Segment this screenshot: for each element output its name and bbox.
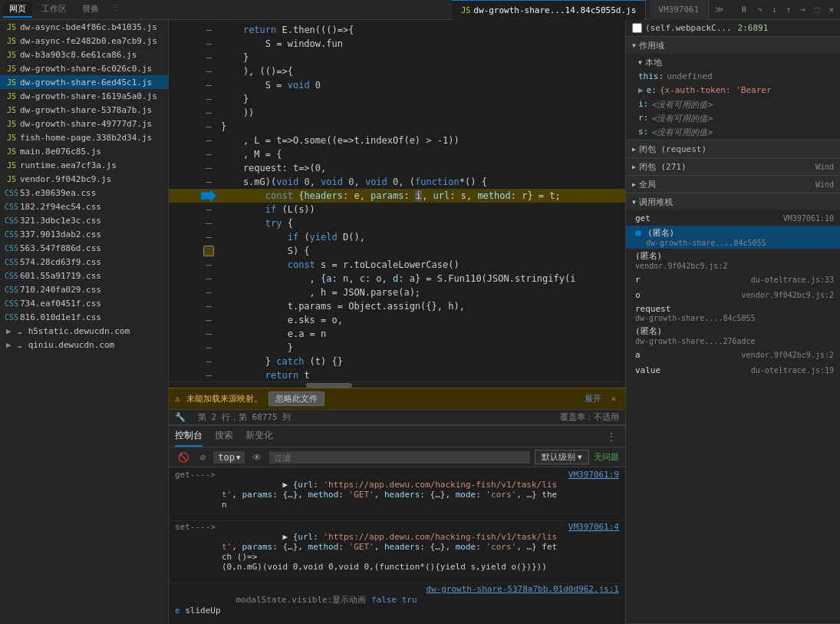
closure-271-header[interactable]: ▶ 闭包 (271) Wind: [626, 158, 840, 175]
file-item-14[interactable]: CSS 321.3dbc1e3c.css: [0, 213, 168, 227]
pause-icon[interactable]: ⏸: [736, 3, 751, 16]
wind-label: Wind: [815, 163, 834, 171]
stack-item-request[interactable]: request dw-growth-share....84c5055: [626, 302, 840, 324]
code-line-highlighted: const {headers: e, params: i, url: s, me…: [169, 189, 625, 203]
file-item-22[interactable]: ▶ ☁ h5static.dewucdn.com: [0, 324, 168, 338]
console-loc[interactable]: VM397061:9: [568, 470, 619, 480]
tab-console[interactable]: 控制台: [175, 426, 203, 447]
more-editor-tabs-icon[interactable]: ≫: [712, 3, 727, 16]
file-item-9[interactable]: JS main.8e076c85.js: [0, 144, 168, 158]
execution-arrow2: [203, 246, 214, 256]
webpack-checkbox[interactable]: [632, 23, 642, 33]
css-icon: CSS: [6, 187, 17, 198]
file-item-10[interactable]: JS runtime.aea7cf3a.js: [0, 158, 168, 172]
js-icon: JS: [6, 118, 17, 129]
file-item-3[interactable]: JS dw-growth-share-6c026c0.js: [0, 61, 168, 75]
stack-item-value[interactable]: value du-oteltrace.js:19: [626, 362, 840, 378]
default-level-button[interactable]: 默认级别 ▾: [535, 450, 589, 464]
scope-r: r: <没有可用的值>: [626, 112, 840, 126]
file-item-1[interactable]: JS dw-async-fe2482b0.ea7cb9.js: [0, 34, 168, 48]
step-out-icon[interactable]: ↑: [783, 3, 795, 16]
file-item-0[interactable]: JS dw-async-bde4f86c.b41035.js: [0, 20, 168, 34]
more-tabs-icon[interactable]: ⋮: [108, 2, 123, 18]
chevron-down-icon: ▼: [236, 454, 240, 461]
code-line: – t.params = Object.assign({}, h),: [169, 299, 625, 313]
stack-item-anon2[interactable]: (匿名) vendor.9f042bc9.js:2: [626, 249, 840, 272]
console-loc[interactable]: VM397061:4: [568, 522, 619, 532]
scope-header[interactable]: ▼ 作用域: [626, 37, 840, 54]
local-scope-header[interactable]: ▼ 本地: [626, 54, 840, 71]
file-item-18[interactable]: CSS 601.55a91719.css: [0, 269, 168, 282]
expand-link[interactable]: 展开: [585, 393, 601, 404]
deactivate-breakpoints-icon[interactable]: ⬚: [812, 3, 823, 16]
file-item-20[interactable]: CSS 734.eaf0451f.css: [0, 296, 168, 310]
step-over-icon[interactable]: ↷: [754, 3, 766, 16]
css-icon: CSS: [6, 270, 17, 281]
call-stack-header[interactable]: ▼ 调用堆栈: [626, 193, 840, 210]
code-line: – request: t=>(0,: [169, 161, 625, 175]
warning-icon: ⚠: [175, 394, 180, 404]
file-item-11[interactable]: JS vendor.9f042bc9.js: [0, 172, 168, 186]
filter-icon[interactable]: ⊘: [197, 451, 209, 464]
js-icon: JS: [6, 160, 17, 170]
local-title: 本地: [645, 57, 662, 68]
closure-271-title: 闭包 (271): [639, 161, 687, 173]
code-line: – if (L(s)): [169, 203, 625, 216]
file-item-16[interactable]: CSS 563.547f886d.css: [0, 241, 168, 255]
file-item-7[interactable]: JS dw-growth-share-49777d7.js: [0, 117, 168, 130]
console-entry[interactable]: get----> ▶ {url: 'https://app.dewu.com/h…: [169, 469, 625, 521]
file-item-12[interactable]: CSS 53.e30639ea.css: [0, 186, 168, 200]
console-entry[interactable]: set----> ▶ {url: 'https://app.dewu.com/h…: [169, 521, 625, 583]
code-line: – try {: [169, 216, 625, 230]
step-into-icon[interactable]: ↓: [769, 3, 780, 16]
warning-close-icon[interactable]: ✕: [608, 392, 619, 405]
css-icon: CSS: [6, 298, 17, 309]
stack-item-o[interactable]: o vendor.9f042bc9.js:2: [626, 287, 840, 302]
console-filter-input[interactable]: [269, 451, 530, 464]
horizontal-scrollbar[interactable]: [169, 381, 625, 388]
tab-webpage[interactable]: 网页: [3, 2, 32, 18]
file-item-13[interactable]: CSS 182.2f94ec54.css: [0, 200, 168, 213]
js-icon: JS: [6, 63, 17, 74]
file-item-21[interactable]: CSS 816.010d1e1f.css: [0, 310, 168, 324]
css-icon: CSS: [6, 284, 17, 295]
js-icon: JS: [6, 91, 17, 101]
stack-item-a[interactable]: a vendor.9f042bc9.js:2: [626, 347, 840, 362]
tab-changes[interactable]: 新变化: [245, 426, 273, 447]
console-content[interactable]: get----> ▶ {url: 'https://app.dewu.com/h…: [169, 467, 625, 624]
js-file-icon: JS: [461, 6, 470, 15]
stack-item-anon1[interactable]: (匿名) dw-growth-share....84c5055: [626, 226, 840, 249]
step-icon[interactable]: →: [797, 3, 809, 16]
file-item-17[interactable]: CSS 574.28cd63f9.css: [0, 255, 168, 269]
close-devtools-icon[interactable]: ✕: [825, 3, 837, 16]
file-item-15[interactable]: CSS 337.9013dab2.css: [0, 227, 168, 241]
tab-search[interactable]: 搜索: [215, 426, 233, 447]
closure-request-header[interactable]: ▶ 闭包 (request): [626, 140, 840, 157]
console-entry[interactable]: modalState.visible:显示动画 false true slide…: [169, 583, 625, 624]
file-item-23[interactable]: ▶ ☁ qiniu.dewucdn.com: [0, 338, 168, 352]
file-item-5[interactable]: JS dw-growth-share-1619a5a0.js: [0, 89, 168, 103]
context-selector[interactable]: top ▼: [213, 451, 245, 464]
clear-console-icon[interactable]: 🚫: [175, 451, 193, 464]
stack-item-r[interactable]: r du-oteltrace.js:33: [626, 272, 840, 287]
console-options-icon[interactable]: ⋮: [604, 430, 619, 444]
active-frame-icon: [635, 230, 641, 236]
file-item-19[interactable]: CSS 710.240fa029.css: [0, 282, 168, 296]
ignore-file-button[interactable]: 忽略此文件: [268, 391, 324, 406]
file-item-4[interactable]: JS dw-growth-share-6ed45c1.js: [0, 75, 168, 89]
console-loc[interactable]: dw-growth-share-5378a7bb.01d0d962.js:1: [426, 584, 619, 594]
tab-workspace[interactable]: 工作区: [35, 2, 73, 18]
file-item-8[interactable]: JS fish-home-page.338b2d34.js: [0, 130, 168, 144]
stack-item-anon3[interactable]: (匿名) dw-growth-share....276adce: [626, 324, 840, 347]
js-icon: JS: [6, 77, 17, 87]
show-console-icon[interactable]: 👁: [249, 451, 265, 464]
code-area[interactable]: – return E.then((()=>{ – S = window.fun …: [169, 20, 625, 381]
js-icon: JS: [6, 146, 17, 157]
tab-replace[interactable]: 替换: [76, 2, 105, 18]
file-item-6[interactable]: JS dw-growth-share-5378a7b.js: [0, 103, 168, 117]
webpack-checkbox-item: (self.webpackC... 2:6891: [626, 20, 840, 37]
file-item-2[interactable]: JS dw-b3a903c8.6e61ca86.js: [0, 48, 168, 61]
global-header[interactable]: ▶ 全局 Wind: [626, 176, 840, 193]
no-issues-label: 无问题: [594, 451, 619, 463]
stack-item-get[interactable]: get VM397061:10: [626, 210, 840, 226]
